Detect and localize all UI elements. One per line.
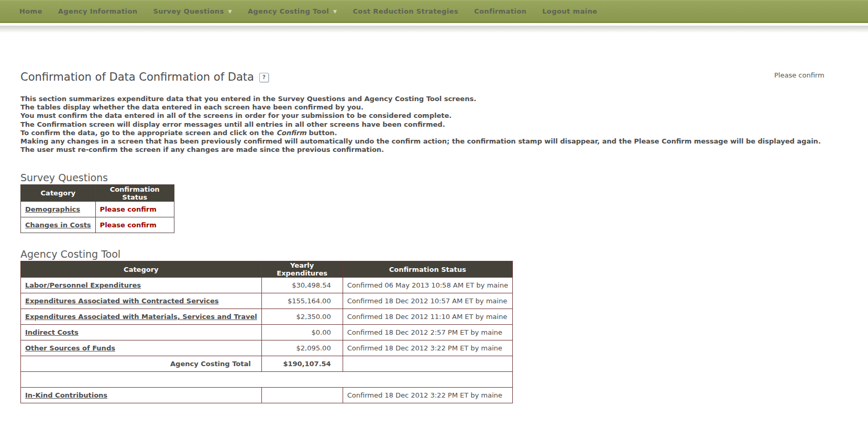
empty-spacer-cell xyxy=(21,372,513,388)
nav-item-cost-reduction-strategies[interactable]: Cost Reduction Strategies xyxy=(345,7,466,15)
nav-item-logout[interactable]: Logout maine xyxy=(534,7,605,15)
nav-item-survey-questions[interactable]: Survey Questions ▼ xyxy=(145,7,240,15)
table-row: Expenditures Associated with Contracted … xyxy=(21,293,513,309)
nav-item-agency-costing-tool[interactable]: Agency Costing Tool ▼ xyxy=(240,7,345,15)
top-navigation-bar: Home Agency Information Survey Questions… xyxy=(0,0,868,23)
agency-costing-tool-heading: Agency Costing Tool xyxy=(20,248,120,260)
status-please-confirm: Please confirm xyxy=(100,205,157,213)
status-please-confirm: Please confirm xyxy=(100,221,157,229)
agency-costing-total-label: Agency Costing Total xyxy=(21,356,262,372)
confirmation-status-text: Confirmed 18 Dec 2012 2:57 PM ET by main… xyxy=(347,328,502,336)
intro-line: To confirm the data, go to the appropria… xyxy=(20,129,821,137)
intro-line: The Confirmation screen will display err… xyxy=(20,120,821,129)
nav-item-label: Home xyxy=(19,7,42,15)
help-icon[interactable]: ? xyxy=(259,73,269,82)
confirmation-status-text: Confirmed 18 Dec 2012 3:22 PM ET by main… xyxy=(347,344,502,352)
intro-line-segment: button. xyxy=(306,129,337,137)
confirmation-status-text: Confirmed 18 Dec 2012 10:57 AM ET by mai… xyxy=(347,297,507,305)
page-title: Confirmation of Data Confirmation of Dat… xyxy=(20,71,269,83)
nav-bottom-shadow xyxy=(0,26,868,33)
contracted-services-link[interactable]: Expenditures Associated with Contracted … xyxy=(25,297,219,305)
nav-item-label: Confirmation xyxy=(474,7,526,15)
changes-in-costs-link[interactable]: Changes in Costs xyxy=(25,221,91,229)
survey-questions-heading: Survey Questions xyxy=(20,172,108,183)
nav-item-label: Agency Costing Tool xyxy=(248,7,329,15)
column-header-confirmation-status: Confirmation Status xyxy=(343,261,512,278)
agency-costing-tool-table: Category Yearly Expenditures Confirmatio… xyxy=(20,261,513,403)
confirmation-status-text: Confirmed 18 Dec 2012 11:10 AM ET by mai… xyxy=(347,313,507,321)
yearly-expenditure-value: $0.00 xyxy=(261,325,343,340)
table-header-row: Category Yearly Expenditures Confirmatio… xyxy=(21,261,513,278)
demographics-link[interactable]: Demographics xyxy=(25,205,80,213)
confirmation-status-text: Confirmed 18 Dec 2012 3:22 PM ET by main… xyxy=(347,391,502,399)
table-row: Indirect Costs $0.00 Confirmed 18 Dec 20… xyxy=(21,325,513,340)
table-row: Expenditures Associated with Materials, … xyxy=(21,309,513,325)
yearly-expenditure-value: $2,095.00 xyxy=(261,340,343,356)
intro-line: You must confirm the data entered in all… xyxy=(20,112,821,120)
yearly-expenditure-value: $2,350.00 xyxy=(261,309,343,325)
in-kind-contributions-link[interactable]: In-Kind Contributions xyxy=(25,391,107,399)
yearly-expenditure-value: $155,164.00 xyxy=(261,293,343,309)
yearly-expenditure-value xyxy=(261,388,343,403)
nav-item-home[interactable]: Home xyxy=(12,7,50,15)
nav-item-agency-information[interactable]: Agency Information xyxy=(50,7,146,15)
table-row: Labor/Personnel Expenditures $30,498.54 … xyxy=(21,278,513,293)
column-header-category: Category xyxy=(21,185,96,202)
intro-line: This section summarizes expenditure data… xyxy=(20,95,821,103)
total-row: Agency Costing Total $190,107.54 xyxy=(21,356,513,372)
column-header-confirmation-status: Confirmation Status xyxy=(95,185,174,202)
indirect-costs-link[interactable]: Indirect Costs xyxy=(25,328,79,336)
page-title-text: Confirmation of Data Confirmation of Dat… xyxy=(20,71,254,83)
intro-line: The tables display whether the data ente… xyxy=(20,103,821,112)
spacer-row xyxy=(21,372,513,388)
intro-line-segment: To confirm the data, go to the appropria… xyxy=(20,129,277,137)
chevron-down-icon: ▼ xyxy=(228,9,232,14)
nav-item-label: Agency Information xyxy=(58,7,138,15)
intro-text: This section summarizes expenditure data… xyxy=(20,95,821,154)
materials-services-travel-link[interactable]: Expenditures Associated with Materials, … xyxy=(25,313,257,321)
table-row: In-Kind Contributions Confirmed 18 Dec 2… xyxy=(21,388,513,403)
please-confirm-notice: Please confirm xyxy=(774,71,825,79)
survey-questions-table: Category Confirmation Status Demographic… xyxy=(20,184,174,233)
table-header-row: Category Confirmation Status xyxy=(21,185,174,202)
column-header-yearly-expenditures: Yearly Expenditures xyxy=(261,261,343,278)
confirmation-status-text: Confirmed 06 May 2013 10:58 AM ET by mai… xyxy=(347,281,508,289)
yearly-expenditure-value: $30,498.54 xyxy=(261,278,343,293)
intro-line: Making any changes in a screen that has … xyxy=(20,137,821,146)
intro-line: The user must re-confirm the screen if a… xyxy=(20,146,821,154)
agency-costing-total-value: $190,107.54 xyxy=(261,356,343,372)
table-row: Changes in Costs Please confirm xyxy=(21,217,174,233)
nav-item-label: Cost Reduction Strategies xyxy=(353,7,458,15)
other-sources-of-funds-link[interactable]: Other Sources of Funds xyxy=(25,344,115,352)
column-header-category: Category xyxy=(21,261,262,278)
nav-item-label: Logout maine xyxy=(542,7,597,15)
nav-item-label: Survey Questions xyxy=(153,7,224,15)
table-row: Other Sources of Funds $2,095.00 Confirm… xyxy=(21,340,513,356)
labor-personnel-expenditures-link[interactable]: Labor/Personnel Expenditures xyxy=(25,281,141,289)
empty-cell xyxy=(343,356,512,372)
intro-line-italic-segment: Confirm xyxy=(277,129,306,137)
chevron-down-icon: ▼ xyxy=(333,9,337,14)
table-row: Demographics Please confirm xyxy=(21,202,174,217)
nav-item-confirmation[interactable]: Confirmation xyxy=(466,7,534,15)
